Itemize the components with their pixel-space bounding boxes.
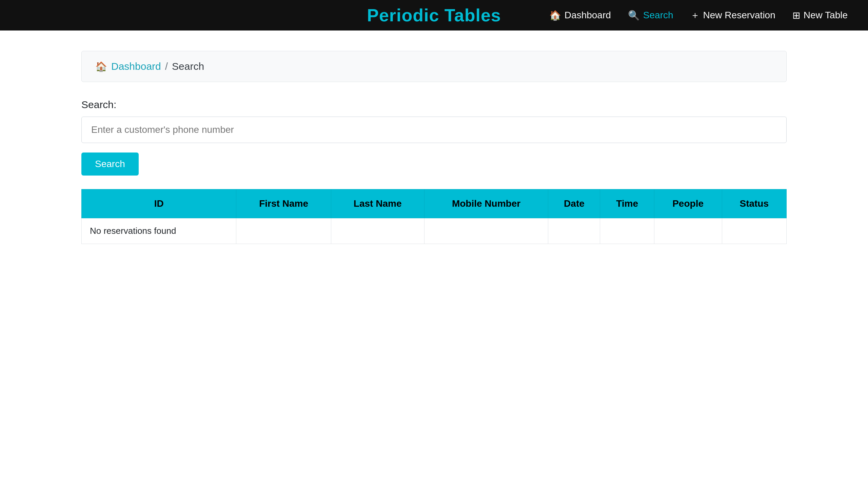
col-mobile-number: Mobile Number <box>424 189 548 218</box>
nav-search[interactable]: 🔍 Search <box>628 10 673 21</box>
nav-dashboard[interactable]: 🏠 Dashboard <box>549 10 611 21</box>
results-table: ID First Name Last Name Mobile Number Da… <box>81 189 787 244</box>
empty-cell-4 <box>548 218 600 244</box>
nav-links: 🏠 Dashboard 🔍 Search ＋ New Reservation ⊞… <box>549 9 848 22</box>
table-empty-row: No reservations found <box>82 218 787 244</box>
col-status: Status <box>722 189 787 218</box>
empty-cell-6 <box>654 218 722 244</box>
home-icon: 🏠 <box>549 10 561 21</box>
breadcrumb: 🏠 Dashboard / Search <box>81 51 787 82</box>
table-header: ID First Name Last Name Mobile Number Da… <box>82 189 787 218</box>
empty-cell-2 <box>331 218 424 244</box>
nav-new-reservation[interactable]: ＋ New Reservation <box>690 9 775 22</box>
empty-cell-3 <box>424 218 548 244</box>
col-people: People <box>654 189 722 218</box>
empty-cell-1 <box>236 218 331 244</box>
search-icon: 🔍 <box>628 10 640 21</box>
plus-icon: ＋ <box>690 9 700 22</box>
table-header-row: ID First Name Last Name Mobile Number Da… <box>82 189 787 218</box>
search-button[interactable]: Search <box>81 152 139 176</box>
empty-cell-7 <box>722 218 787 244</box>
breadcrumb-current: Search <box>172 61 204 72</box>
col-time: Time <box>600 189 654 218</box>
col-last-name: Last Name <box>331 189 424 218</box>
table-body: No reservations found <box>82 218 787 244</box>
search-label: Search: <box>81 99 787 110</box>
nav-new-table[interactable]: ⊞ New Table <box>792 10 848 21</box>
main-content: 🏠 Dashboard / Search Search: Search ID F… <box>0 30 868 264</box>
app-title: Periodic Tables <box>367 5 501 25</box>
no-results-message: No reservations found <box>82 218 236 244</box>
search-form: Search: Search <box>81 99 787 189</box>
home-breadcrumb-icon: 🏠 <box>95 61 107 72</box>
col-date: Date <box>548 189 600 218</box>
empty-cell-5 <box>600 218 654 244</box>
col-first-name: First Name <box>236 189 331 218</box>
breadcrumb-separator: / <box>165 61 168 72</box>
search-input[interactable] <box>81 117 787 143</box>
table-icon: ⊞ <box>792 10 800 21</box>
breadcrumb-dashboard-link[interactable]: Dashboard <box>111 61 161 72</box>
col-id: ID <box>82 189 236 218</box>
navbar: Periodic Tables 🏠 Dashboard 🔍 Search ＋ N… <box>0 0 868 30</box>
